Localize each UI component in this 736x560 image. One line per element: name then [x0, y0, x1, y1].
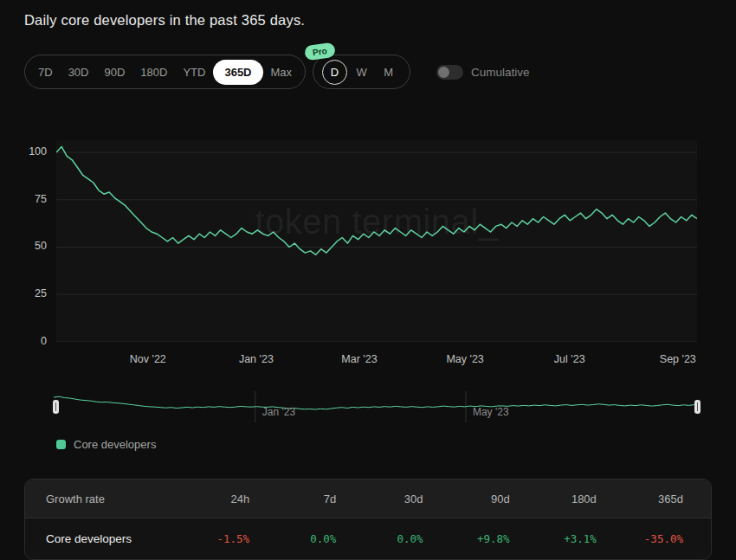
brush-handle-right[interactable]	[694, 400, 700, 414]
main-chart-area[interactable]: token terminal_	[56, 140, 697, 342]
range-max-button[interactable]: Max	[263, 60, 300, 85]
x-tick-label: Sep '23	[660, 353, 696, 365]
x-tick-label: Jul '23	[554, 353, 585, 365]
header-90d: 90d	[423, 492, 509, 505]
legend: Core developers	[56, 438, 156, 451]
chart-controls: 7D 30D 90D 180D YTD 365D Max D W M Cumul…	[24, 55, 530, 89]
brush-tick-label: Jan '23	[262, 406, 295, 418]
date-range-selector: 7D 30D 90D 180D YTD 365D Max	[24, 55, 306, 89]
table-row: Core developers -1.5% 0.0% 0.0% +9.8% +3…	[25, 518, 711, 559]
legend-label: Core developers	[74, 438, 156, 451]
header-180d: 180d	[510, 492, 597, 505]
growth-value-7d: 0.0%	[249, 532, 336, 545]
brush-handle-left[interactable]	[53, 400, 59, 414]
token-terminal-chart-page: Daily core developers in the past 365 da…	[0, 0, 736, 560]
header-growth-rate: Growth rate	[46, 492, 163, 505]
growth-value-90d: +9.8%	[423, 532, 509, 545]
granularity-weekly-button[interactable]: W	[349, 60, 374, 85]
x-tick-label: Mar '23	[341, 353, 377, 365]
x-tick-label: Nov '22	[130, 353, 166, 365]
legend-swatch-icon	[56, 440, 66, 449]
y-tick-label: 100	[9, 145, 47, 158]
x-tick-label: May '23	[446, 353, 483, 365]
range-180d-button[interactable]: 180D	[132, 60, 175, 85]
range-30d-button[interactable]: 30D	[61, 60, 97, 85]
x-axis: Nov '22 Jan '23 Mar '23 May '23 Jul '23 …	[56, 353, 697, 369]
growth-rate-table: Growth rate 24h 7d 30d 90d 180d 365d Cor…	[24, 479, 712, 560]
page-title: Daily core developers in the past 365 da…	[24, 12, 305, 29]
growth-value-365d: -35.0%	[597, 532, 683, 545]
y-tick-label: 50	[9, 240, 47, 252]
chart-range-brush[interactable]: Jan '23 May '23	[54, 391, 700, 422]
chart-line-svg	[56, 140, 697, 342]
cumulative-toggle-group: Cumulative	[436, 65, 530, 80]
x-tick-label: Jan '23	[239, 353, 274, 365]
granularity-selector: D W M	[313, 55, 410, 89]
y-tick-label: 25	[9, 287, 47, 299]
growth-value-180d: +3.1%	[510, 532, 597, 545]
range-365d-button[interactable]: 365D	[213, 60, 262, 85]
header-7d: 7d	[249, 492, 336, 505]
header-24h: 24h	[163, 492, 249, 505]
y-tick-label: 0	[9, 335, 47, 347]
cumulative-label: Cumulative	[471, 66, 530, 79]
granularity-monthly-button[interactable]: M	[376, 60, 401, 85]
cumulative-toggle[interactable]	[436, 65, 463, 80]
brush-line-svg	[54, 391, 700, 422]
header-365d: 365d	[597, 492, 683, 505]
toggle-knob-icon	[438, 67, 449, 78]
brush-tick-label: May '23	[473, 406, 509, 418]
row-label: Core developers	[46, 532, 163, 545]
range-ytd-button[interactable]: YTD	[175, 60, 213, 85]
table-header-row: Growth rate 24h 7d 30d 90d 180d 365d	[25, 480, 711, 518]
growth-value-30d: 0.0%	[336, 532, 423, 545]
growth-value-24h: -1.5%	[163, 532, 249, 545]
range-90d-button[interactable]: 90D	[96, 60, 132, 85]
header-30d: 30d	[336, 492, 423, 505]
range-7d-button[interactable]: 7D	[30, 60, 61, 85]
y-tick-label: 75	[9, 193, 47, 205]
granularity-daily-button[interactable]: D	[322, 60, 347, 85]
